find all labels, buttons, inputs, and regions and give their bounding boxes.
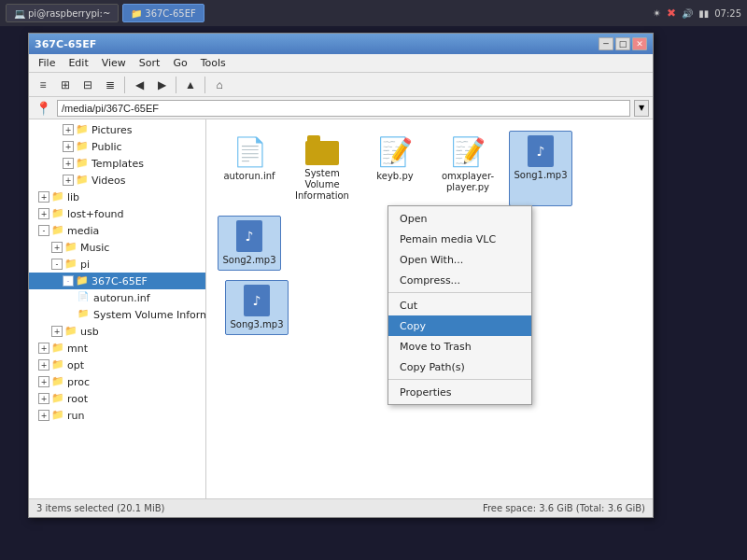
expand-opt[interactable]: +: [38, 359, 49, 371]
ctx-open[interactable]: Open: [388, 208, 531, 229]
file-item-sysvolinfo[interactable]: System Volume Information: [290, 131, 354, 206]
sidebar-item-mnt[interactable]: + 📁 mnt: [29, 340, 205, 357]
sidebar-item-autorun[interactable]: 📄 autorun.inf: [29, 289, 205, 306]
file-item-omxplayer[interactable]: 📝 omxplayer-player.py: [436, 131, 500, 206]
close-button[interactable]: ✕: [632, 37, 647, 50]
expand-music[interactable]: +: [51, 242, 63, 253]
expand-videos[interactable]: +: [63, 175, 74, 186]
sidebar-item-videos[interactable]: + 📁 Videos: [29, 172, 205, 189]
file-item-song2[interactable]: ♪ Song2.mp3: [218, 216, 281, 271]
menu-tools[interactable]: Tools: [195, 56, 232, 70]
sidebar-item-proc[interactable]: + 📁 proc: [29, 373, 205, 390]
maximize-button[interactable]: □: [615, 37, 630, 50]
expand-templates[interactable]: +: [63, 158, 74, 169]
ctx-properties[interactable]: Properties: [388, 382, 531, 402]
minimize-button[interactable]: ─: [599, 37, 613, 50]
sidebar-item-usb[interactable]: + 📁 usb: [29, 323, 205, 340]
sidebar-item-sysvolume[interactable]: 📁 System Volume Informa...: [29, 306, 205, 323]
sidebar-item-media[interactable]: - 📁 media: [29, 222, 205, 239]
sidebar-item-367c[interactable]: - 📁 367C-65EF: [29, 273, 205, 289]
file-icon-song3: ♪: [240, 285, 274, 316]
menu-edit[interactable]: Edit: [63, 56, 93, 70]
window-title: 367C-65EF: [35, 38, 96, 50]
tb-icons-view[interactable]: ⊞: [55, 76, 76, 94]
menu-sort[interactable]: Sort: [134, 56, 166, 70]
sidebar-item-pi[interactable]: - 📁 pi: [29, 256, 205, 273]
sidebar-item-run[interactable]: + 📁 run: [29, 407, 205, 424]
tb-back[interactable]: ◀: [129, 76, 149, 94]
sidebar-item-opt[interactable]: + 📁 opt: [29, 357, 205, 373]
sidebar-label-media: media: [67, 225, 99, 237]
sidebar-item-lib[interactable]: + 📁 lib: [29, 189, 205, 205]
ctx-copypath[interactable]: Copy Path(s): [388, 357, 531, 377]
terminal-icon: 💻: [14, 8, 25, 19]
tb-forward[interactable]: ▶: [151, 76, 172, 94]
task-terminal[interactable]: 💻 pi@raspberrypi:~: [6, 4, 119, 22]
task-terminal-label: pi@raspberrypi:~: [28, 8, 110, 19]
ctx-trash[interactable]: Move to Trash: [388, 336, 531, 357]
battery-icon: ▮▮: [698, 8, 709, 19]
expand-lostfound[interactable]: +: [38, 208, 49, 219]
menu-file[interactable]: File: [33, 56, 61, 70]
sidebar-item-root[interactable]: + 📁 root: [29, 390, 205, 407]
sidebar-item-templates[interactable]: + 📁 Templates: [29, 155, 205, 172]
sidebar-item-public[interactable]: + 📁 Public: [29, 138, 205, 155]
tb-show-tree[interactable]: ≡: [33, 76, 53, 94]
tb-sep-1: [124, 77, 125, 93]
ctx-sep-1: [388, 292, 531, 293]
sidebar-label-pi: pi: [80, 259, 90, 271]
network-icon: ✖: [667, 7, 676, 20]
ctx-cut[interactable]: Cut: [388, 295, 531, 315]
sidebar-item-lostfound[interactable]: + 📁 lost+found: [29, 205, 205, 222]
sidebar-label-public: Public: [92, 141, 122, 153]
folder-icon-run: 📁: [51, 409, 64, 422]
folder-icon-usb: 📁: [64, 325, 78, 338]
sidebar-label-root: root: [67, 393, 88, 405]
tb-sep-3: [204, 77, 205, 93]
window-controls: ─ □ ✕: [599, 37, 647, 50]
expand-run[interactable]: +: [38, 410, 49, 421]
expand-lib[interactable]: +: [38, 191, 49, 203]
ctx-openwith[interactable]: Open With...: [388, 249, 531, 270]
file-item-autorun[interactable]: 📄 autorun.inf: [218, 131, 281, 206]
tb-detail-view[interactable]: ≣: [100, 76, 120, 94]
address-dropdown[interactable]: ▼: [634, 100, 649, 117]
sidebar-item-music[interactable]: + 📁 Music: [29, 239, 205, 256]
sidebar-label-sysvolume: System Volume Informa...: [93, 309, 206, 321]
volume-icon: 🔊: [682, 8, 693, 19]
ctx-vlc[interactable]: Pemain media VLC: [388, 229, 531, 249]
expand-367c[interactable]: -: [63, 275, 74, 287]
folder-icon-pi: 📁: [64, 258, 78, 271]
sidebar-label-run: run: [67, 410, 84, 422]
tb-list-view[interactable]: ⊟: [78, 76, 98, 94]
file-item-song1[interactable]: ♪ Song1.mp3: [509, 131, 572, 206]
title-bar: 367C-65EF ─ □ ✕: [29, 34, 653, 54]
tb-home[interactable]: ⌂: [209, 76, 230, 94]
expand-public[interactable]: +: [63, 141, 74, 152]
file-item-song3[interactable]: ♪ Song3.mp3: [225, 280, 289, 335]
tb-up[interactable]: ▲: [180, 76, 201, 94]
ctx-compress[interactable]: Compress...: [388, 270, 531, 290]
sidebar-label-367c: 367C-65EF: [92, 275, 148, 287]
ctx-sep-2: [388, 379, 531, 380]
expand-usb[interactable]: +: [51, 326, 63, 337]
expand-pi[interactable]: -: [51, 259, 63, 270]
menu-view[interactable]: View: [96, 56, 132, 70]
file-label-autorun: autorun.inf: [223, 171, 275, 182]
ctx-copy[interactable]: Copy: [388, 315, 531, 336]
folder-task-icon: 📁: [131, 8, 142, 19]
expand-proc[interactable]: +: [38, 376, 49, 387]
file-label-sysvolinfo: System Volume Information: [293, 168, 351, 202]
folder-icon-sysvolume: 📁: [78, 308, 91, 321]
expand-mnt[interactable]: +: [38, 343, 49, 354]
file-item-keyb[interactable]: 📝 keyb.py: [363, 131, 427, 206]
file-icon-autorun: 📄: [78, 291, 91, 304]
sidebar-label-pictures: Pictures: [92, 124, 133, 136]
expand-pictures[interactable]: +: [63, 124, 74, 135]
expand-root[interactable]: +: [38, 393, 49, 404]
task-filemanager[interactable]: 📁 367C-65EF: [122, 4, 204, 22]
address-input[interactable]: [57, 100, 630, 117]
menu-go[interactable]: Go: [167, 56, 192, 70]
sidebar-item-pictures[interactable]: + 📁 Pictures: [29, 121, 205, 138]
expand-media[interactable]: -: [38, 225, 49, 236]
